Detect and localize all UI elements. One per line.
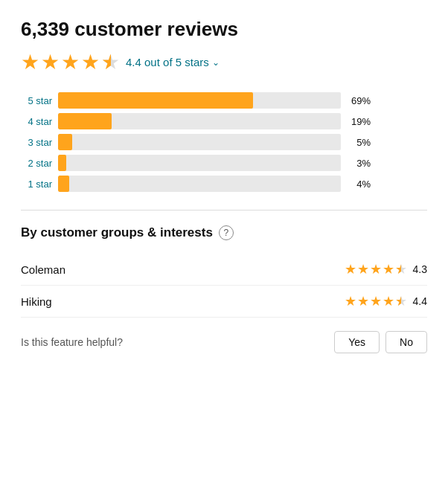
bar-background: [58, 92, 341, 109]
group-stars: ★★★★★: [345, 261, 407, 277]
group-name: Hiking: [21, 295, 52, 308]
bar-fill: [58, 134, 72, 150]
page-title: 6,339 customer reviews: [21, 18, 427, 41]
no-button[interactable]: No: [385, 331, 427, 353]
bar-background: [58, 176, 341, 192]
groups-section-title: By customer groups & interests ?: [21, 225, 427, 240]
bar-fill: [58, 176, 69, 192]
bar-percentage: 19%: [347, 116, 371, 127]
bar-background: [58, 155, 341, 171]
group-star-4: ★: [383, 293, 394, 309]
histogram-row[interactable]: 3 star5%: [21, 134, 427, 150]
overall-rating-row[interactable]: ★ ★ ★ ★ ★ 4.4 out of 5 stars ⌄: [21, 50, 427, 74]
bar-percentage: 69%: [347, 95, 371, 106]
group-score: 4.3: [413, 263, 427, 275]
bar-background: [58, 113, 341, 129]
groups-title-text: By customer groups & interests: [21, 225, 213, 240]
yes-button[interactable]: Yes: [334, 331, 380, 353]
helpful-label: Is this feature helpful?: [21, 336, 123, 348]
group-row: Hiking★★★★★4.4: [21, 286, 427, 318]
help-icon[interactable]: ?: [219, 225, 234, 240]
rating-text[interactable]: 4.4 out of 5 stars ⌄: [126, 56, 220, 68]
overall-stars: ★ ★ ★ ★ ★: [21, 50, 120, 74]
rating-value-label: 4.4 out of 5 stars: [126, 56, 209, 68]
histogram-star-label[interactable]: 2 star: [21, 158, 52, 169]
histogram-row[interactable]: 1 star4%: [21, 176, 427, 192]
bar-fill: [58, 113, 112, 129]
group-rating: ★★★★★4.4: [345, 293, 427, 309]
bar-percentage: 3%: [347, 158, 371, 169]
bar-fill: [58, 92, 253, 109]
group-star-2: ★: [357, 261, 369, 277]
star-2: ★: [41, 50, 60, 74]
group-star-1: ★: [345, 261, 356, 277]
group-rating: ★★★★★4.3: [345, 261, 427, 277]
group-score: 4.4: [413, 295, 427, 307]
histogram-row[interactable]: 2 star3%: [21, 155, 427, 171]
histogram-star-label[interactable]: 4 star: [21, 116, 52, 127]
group-row: Coleman★★★★★4.3: [21, 254, 427, 286]
group-star-4: ★: [383, 261, 394, 277]
helpful-buttons: Yes No: [334, 331, 427, 353]
bar-background: [58, 134, 341, 150]
section-divider: [21, 210, 427, 211]
histogram-row[interactable]: 4 star19%: [21, 113, 427, 129]
group-name: Coleman: [21, 263, 65, 276]
group-star-1: ★: [345, 293, 356, 309]
histogram-star-label[interactable]: 3 star: [21, 137, 52, 148]
bar-fill: [58, 155, 66, 171]
group-star-5: ★: [395, 293, 407, 309]
groups-list: Coleman★★★★★4.3Hiking★★★★★4.4: [21, 254, 427, 318]
rating-histogram: 5 star69%4 star19%3 star5%2 star3%1 star…: [21, 92, 427, 192]
chevron-down-icon: ⌄: [212, 57, 220, 68]
group-stars: ★★★★★: [345, 293, 407, 309]
histogram-star-label[interactable]: 5 star: [21, 95, 52, 106]
histogram-star-label[interactable]: 1 star: [21, 179, 52, 190]
helpful-row: Is this feature helpful? Yes No: [21, 318, 427, 356]
star-4: ★: [81, 50, 100, 74]
group-star-3: ★: [370, 293, 382, 309]
star-1: ★: [21, 50, 39, 74]
bar-percentage: 5%: [347, 137, 371, 148]
group-star-3: ★: [370, 261, 382, 277]
star-3: ★: [61, 50, 80, 74]
histogram-row[interactable]: 5 star69%: [21, 92, 427, 109]
bar-percentage: 4%: [347, 179, 371, 190]
group-star-2: ★: [357, 293, 369, 309]
star-5-half: ★: [101, 50, 120, 74]
group-star-5: ★: [395, 261, 407, 277]
